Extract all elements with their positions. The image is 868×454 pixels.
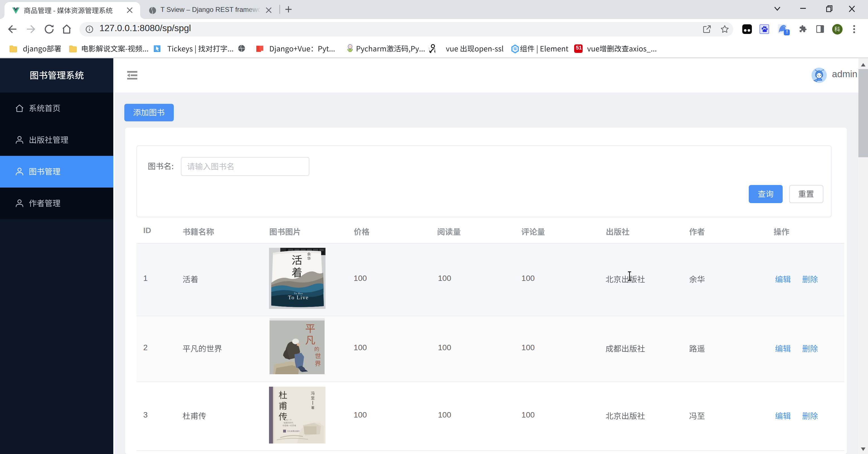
svg-text:To Live: To Live xyxy=(288,294,309,301)
